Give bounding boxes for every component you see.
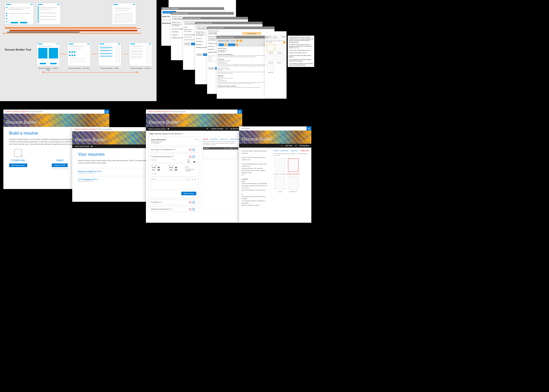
resume-preview-body: and artistic talent to deliver high-impa… [242, 150, 269, 206]
chevron-down-icon [167, 128, 169, 130]
end-month[interactable]: Month [168, 166, 178, 168]
pencil-icon[interactable]: ✎ [174, 148, 176, 151]
publish-preview-link[interactable]: 👁 Publish Preview [207, 128, 223, 130]
wf-label-preview: Resume Builder – Preview [129, 67, 152, 69]
start-month[interactable]: Month [151, 166, 161, 168]
insert-section-btn[interactable]: Insert a Section ▾ [172, 18, 184, 20]
template-modern-compact[interactable] [275, 158, 285, 172]
side-tabs: NOTES EXAMPLES CHECKLIST TEMPLATES [274, 150, 309, 151]
drag-icon[interactable]: ⋮ [195, 148, 197, 151]
export-btn[interactable]: Export ▾ [228, 44, 235, 46]
notes-textarea[interactable] [203, 149, 238, 159]
tab-examples[interactable]: EXAMPLES [280, 150, 288, 151]
addl-info-section[interactable]: Additional Information ✎ ⊘ ⊕ ⋮ [148, 206, 199, 212]
experience-section: Professional Experience ✎ ⊘ ⊕ ⋮ Employer… [148, 154, 199, 198]
brand: Career Guidance System™ [5, 111, 29, 113]
end-year[interactable]: Year [168, 169, 178, 171]
callout-2: 2 [240, 40, 242, 42]
banner: Resume Builder [3, 114, 109, 127]
tab-checklist[interactable]: CHECKLIST [290, 150, 298, 151]
import-from-file-button[interactable]: Import from file [52, 163, 68, 167]
pencil-icon[interactable]: ✎ [160, 201, 162, 203]
all-resumes-link[interactable]: ☰ All Resumes [295, 145, 309, 147]
cancel-btn[interactable]: Cancel [184, 43, 190, 45]
wf-label-splash: Resume Builder – Splash Page [37, 67, 60, 71]
start-year[interactable]: Year [151, 169, 161, 171]
wf-card-3 [112, 3, 136, 25]
jobtitle-input[interactable] [151, 174, 196, 177]
add-icon[interactable]: ⊕ [192, 208, 195, 210]
create-new-option: + Create new Start new resume [9, 149, 27, 169]
template-modern-expanded[interactable] [288, 158, 299, 172]
chevron-down-icon [91, 146, 93, 147]
window-preview: me Builder ✕ Resume Builder ✎ Edit View … [239, 126, 311, 223]
edit-view-link[interactable]: ✎ Edit View [281, 145, 292, 147]
start-new-resume-dropdown[interactable]: Start a new resume [75, 146, 93, 147]
tab-examples[interactable]: EXAMPLES [210, 139, 218, 140]
tab-templates[interactable]: TEMPLATES [230, 139, 238, 140]
callout-1: 1 [236, 40, 239, 42]
delete-icon[interactable]: ⊘ [189, 201, 191, 203]
wf-label-editor: Resume Builder – Editor [98, 67, 121, 69]
tab-templates[interactable]: TEMPLATES [300, 150, 309, 151]
pencil-icon[interactable]: ✎ [170, 208, 172, 210]
contact-section: Zara Silverman zaras@gmail.com 415.555.6… [148, 137, 199, 146]
window-editor: Career Guidance System™ Resume Builder ✕… [146, 110, 242, 223]
template-thumb-3[interactable] [266, 54, 275, 61]
details-textarea[interactable] [151, 180, 196, 190]
add-icon[interactable]: ⊕ [192, 155, 195, 158]
template-alternative[interactable] [288, 176, 298, 189]
add-icon[interactable]: ⊕ [192, 201, 195, 203]
pencil-icon[interactable]: ✎ [181, 133, 183, 135]
delete-icon[interactable]: ⊘ [189, 155, 191, 158]
print-btn[interactable]: Print [219, 44, 224, 46]
add-icon[interactable]: ⊕ [192, 148, 195, 151]
publish-preview-pill[interactable]: Publish Preview [242, 32, 261, 35]
cascade-header: University of Phoenix [161, 7, 224, 10]
delete-icon[interactable]: ⊘ [189, 208, 191, 210]
start-new-resume-button[interactable]: Start new resume [9, 163, 27, 167]
cascade-sidepanel: My Resume Notes Sample Resumes Templates… [265, 36, 286, 98]
wf-label-file: Resume Builder – File View [67, 67, 90, 69]
wireframe-title: Resume Builder Tool [5, 48, 31, 51]
template-thumb-4[interactable] [276, 54, 284, 61]
drag-icon[interactable]: ⋮ [195, 201, 197, 203]
create-icon: + [14, 149, 22, 157]
pencil-icon[interactable]: ✎ [195, 139, 197, 141]
side-tabs: NOTES EXAMPLES CHECKLIST TEMPLATES [203, 139, 238, 140]
template-thumb-5[interactable] [266, 64, 275, 71]
wf-splash [37, 42, 60, 66]
drag-icon[interactable]: ⋮ [195, 208, 197, 210]
wf-card-2 [37, 3, 61, 25]
template-classic[interactable] [275, 176, 285, 189]
insert-section-dropdown[interactable]: Insert a resume section [148, 128, 169, 130]
wf-editor [98, 42, 121, 66]
tab-notes[interactable]: NOTES [203, 139, 208, 140]
current-work-checkbox[interactable] [185, 167, 188, 170]
template-thumb-1[interactable] [266, 44, 275, 51]
format-toolbar-side[interactable]: B I ≔ ≔ ↶ ↷ [225, 147, 237, 149]
format-toolbar[interactable]: B I ≔ ≔ [188, 178, 196, 180]
template-thumb-2[interactable] [276, 44, 284, 51]
pencil-icon[interactable]: ✎ [172, 155, 174, 158]
annotation-notes: 1. Template tab opens when user selects … [288, 36, 314, 67]
drag-icon[interactable]: ⋮ [195, 155, 197, 158]
pencil-icon[interactable]: ✎ [101, 170, 102, 173]
wf-preview [129, 42, 152, 66]
city-input[interactable] [173, 161, 185, 163]
tab-checklist[interactable]: CHECKLIST [220, 139, 228, 140]
state-select[interactable]: WA [187, 161, 196, 163]
wf-card-1 [5, 3, 34, 25]
delete-icon[interactable]: ⊘ [189, 148, 191, 151]
tab-notes[interactable]: NOTES [274, 150, 278, 151]
wf-fileview [67, 42, 90, 66]
employer-input[interactable] [151, 161, 171, 163]
pencil-icon[interactable]: ✎ [96, 178, 98, 181]
soq-section[interactable]: Summary of Qualifications ✎ ⊘ ⊕ ⋮ [148, 147, 199, 152]
all-resumes-link[interactable]: ☰ All Resumes [226, 128, 240, 130]
import-option: Import Import from file doc, docx, pdf, … [51, 149, 68, 169]
education-section[interactable]: Education ✎ ⊘ ⊕ ⋮ [148, 199, 199, 205]
save-close-button[interactable]: Save & Close [181, 192, 196, 195]
